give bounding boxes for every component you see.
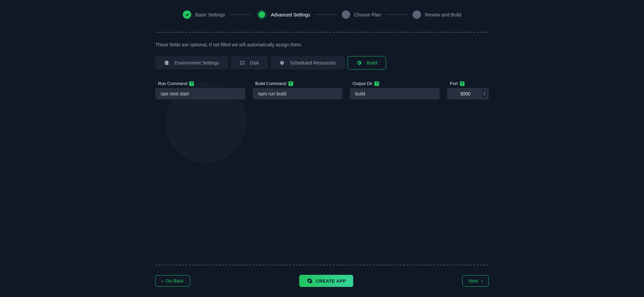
run-command-label: Run Command xyxy=(158,81,187,86)
stepper-up-icon[interactable]: ▲ xyxy=(483,91,486,94)
next-label: Next xyxy=(469,278,478,284)
help-icon[interactable]: ? xyxy=(374,81,379,86)
footer-actions: « Go Back CREATE APP Next » xyxy=(155,275,489,287)
build-command-label: Build Command xyxy=(255,81,286,86)
settings-tabs: Environment Settings Disk Scheduled Reso… xyxy=(155,56,489,70)
create-app-button[interactable]: CREATE APP xyxy=(299,275,353,287)
step-pending-indicator xyxy=(342,10,350,19)
number-stepper: ▲ ▼ xyxy=(482,90,487,97)
step-advanced-label: Advanced Settings xyxy=(271,12,310,17)
port-field: Port ? ▲ ▼ xyxy=(447,81,489,99)
gear-icon xyxy=(357,60,361,65)
tab-build[interactable]: Build xyxy=(347,56,386,70)
tab-environment[interactable]: Environment Settings xyxy=(155,56,228,70)
check-icon xyxy=(185,12,190,17)
chevron-left-icon: « xyxy=(162,279,163,283)
tab-disk-label: Disk xyxy=(250,60,259,66)
divider xyxy=(155,265,489,265)
step-review-label: Review and Build xyxy=(425,12,461,17)
step-basic-label: Basic Settings xyxy=(195,12,225,17)
clock-icon xyxy=(280,60,284,65)
help-icon[interactable]: ? xyxy=(460,81,465,86)
tab-environment-label: Environment Settings xyxy=(174,60,219,66)
go-back-button[interactable]: « Go Back xyxy=(155,275,190,287)
next-button[interactable]: Next » xyxy=(462,275,489,287)
build-command-input[interactable] xyxy=(253,88,342,99)
step-review[interactable]: Review and Build xyxy=(413,10,461,19)
hint-text: These fields are optional, If not filled… xyxy=(155,42,489,47)
step-pending-indicator xyxy=(413,10,421,19)
step-advanced[interactable]: Advanced Settings xyxy=(257,9,310,20)
tab-scheduled[interactable]: Scheduled Resources xyxy=(271,56,345,70)
svg-text:.JS: .JS xyxy=(221,130,227,134)
output-dir-field: Output Dir ? xyxy=(350,81,440,99)
stepper-down-icon[interactable]: ▼ xyxy=(483,94,486,96)
tab-scheduled-label: Scheduled Resources xyxy=(290,60,336,66)
step-plan[interactable]: Choose Plan xyxy=(342,10,381,19)
gear-icon xyxy=(307,278,313,284)
tab-disk[interactable]: Disk xyxy=(231,56,268,70)
help-icon[interactable]: ? xyxy=(189,81,194,86)
build-command-field: Build Command ? xyxy=(253,81,342,99)
output-dir-label: Output Dir xyxy=(353,81,372,86)
database-icon xyxy=(164,60,169,65)
output-dir-input[interactable] xyxy=(350,88,440,99)
step-connector xyxy=(386,14,408,15)
port-label: Port xyxy=(450,81,458,86)
wizard-stepper: Basic Settings Advanced Settings Choose … xyxy=(155,9,489,20)
step-connector xyxy=(230,14,252,15)
divider xyxy=(155,32,489,33)
nextjs-logo-icon: .JS xyxy=(176,92,236,153)
step-done-indicator xyxy=(183,10,191,19)
build-form: Run Command ? Build Command ? Output Dir… xyxy=(155,81,489,99)
step-basic[interactable]: Basic Settings xyxy=(183,10,225,19)
step-connector xyxy=(315,14,337,15)
step-active-indicator xyxy=(258,11,265,18)
create-app-label: CREATE APP xyxy=(316,279,346,284)
tab-build-label: Build xyxy=(367,60,377,66)
inbox-icon xyxy=(240,60,245,65)
help-icon[interactable]: ? xyxy=(288,81,293,86)
chevron-right-icon: » xyxy=(481,279,482,283)
go-back-label: Go Back xyxy=(166,278,184,284)
step-plan-label: Choose Plan xyxy=(354,12,381,17)
run-command-input[interactable] xyxy=(155,88,245,99)
run-command-field: Run Command ? xyxy=(155,81,245,99)
